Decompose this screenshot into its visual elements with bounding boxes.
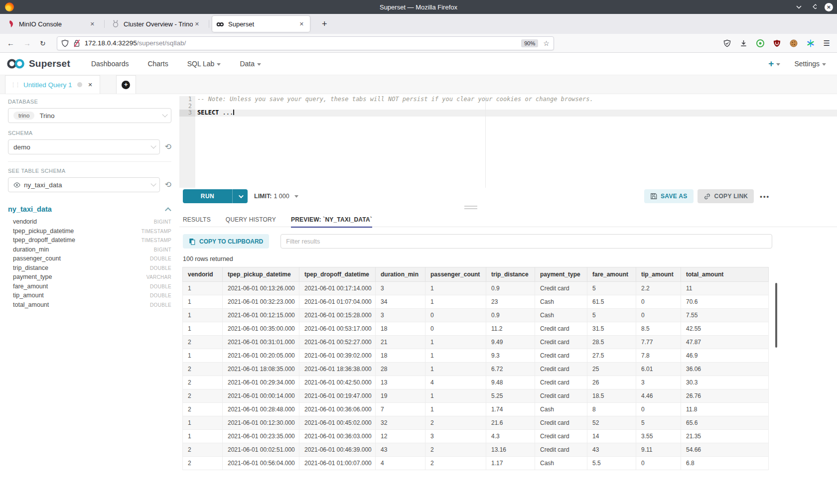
url-host: 172.18.0.4:32295: [85, 39, 137, 47]
column-type: VARCHAR: [146, 274, 171, 280]
results-tab-3[interactable]: PREVIEW: `NY_TAXI_DATA`: [291, 212, 372, 227]
table-cell: 2: [183, 336, 223, 349]
forward-button[interactable]: →: [23, 39, 31, 47]
plus-icon: +: [768, 58, 774, 69]
shield-icon[interactable]: [61, 39, 69, 47]
titlebar-menu-chevron-icon[interactable]: [795, 3, 803, 10]
database-select[interactable]: trino Trino: [8, 108, 171, 123]
collapse-chevron-icon[interactable]: [165, 207, 171, 214]
bookmark-star-icon[interactable]: ☆: [543, 39, 550, 47]
page-zoom-badge[interactable]: 90%: [521, 39, 538, 47]
column-header[interactable]: fare_amount: [587, 267, 636, 282]
browser-tab-2[interactable]: Cluster Overview - Trino✕: [108, 16, 205, 32]
settings-menu[interactable]: Settings: [794, 60, 826, 68]
table-cell: 5.5: [587, 457, 636, 470]
column-header[interactable]: trip_distance: [486, 267, 535, 282]
url-text[interactable]: 172.18.0.4:32295/superset/sqllab/: [85, 39, 521, 47]
new-tab-button[interactable]: +: [317, 19, 332, 29]
table-cell: 25: [587, 363, 636, 376]
copy-to-clipboard-button[interactable]: COPY TO CLIPBOARD: [183, 234, 269, 249]
table-cell: 0: [425, 322, 486, 336]
cookie-icon[interactable]: [790, 39, 798, 47]
titlebar-restore-icon[interactable]: [810, 3, 818, 10]
reload-button[interactable]: ↻: [40, 39, 46, 47]
app-menu-icon[interactable]: ☰: [824, 39, 830, 48]
back-button[interactable]: ←: [7, 39, 14, 47]
copy-link-button[interactable]: COPY LINK: [698, 189, 754, 203]
downloads-icon[interactable]: [740, 39, 747, 47]
table-row: 12021-06-01 00:20:05.0002021-06-01 00:39…: [183, 349, 769, 363]
column-header[interactable]: duration_min: [376, 267, 425, 282]
table-cell: 3: [376, 309, 425, 322]
column-header[interactable]: payment_type: [535, 267, 587, 282]
nav-item-data[interactable]: Data: [240, 60, 261, 68]
more-options-button[interactable]: •••: [760, 193, 770, 200]
column-row: total_amountDOUBLE: [8, 301, 171, 311]
extension-asterisk-icon[interactable]: [807, 39, 815, 47]
sql-toolbar: RUN LIMIT:1 000 SAVE AS COPY LINK •••: [179, 188, 837, 205]
column-header[interactable]: total_amount: [681, 267, 769, 282]
url-bar[interactable]: 172.18.0.4:32295/superset/sqllab/ 90% ☆: [57, 36, 554, 50]
limit-chevron-icon[interactable]: [294, 195, 298, 198]
column-type: DOUBLE: [150, 293, 171, 298]
window-close-button[interactable]: ✕: [825, 3, 833, 11]
vertical-scrollbar[interactable]: [775, 283, 777, 348]
filter-results-input[interactable]: [280, 234, 772, 249]
sql-editor[interactable]: 123 -- Note: Unless you save your query,…: [179, 96, 837, 188]
insecure-lock-icon[interactable]: [73, 39, 80, 47]
column-header[interactable]: vendorid: [183, 267, 223, 282]
table-cell: 43: [587, 443, 636, 457]
add-new-button[interactable]: +: [768, 58, 780, 69]
refresh-schemas-icon[interactable]: ⟲: [165, 143, 171, 151]
table-cell: 2021-06-01 00:28:48.000: [223, 403, 299, 416]
drag-handle-icon[interactable]: ⋮⋮: [10, 82, 19, 88]
table-cell: Credit card: [535, 376, 587, 389]
table-cell: 2: [183, 363, 223, 376]
query-tab-active[interactable]: ⋮⋮ Untitled Query 1 ✕: [5, 75, 100, 94]
results-tab-2[interactable]: QUERY HISTORY: [226, 212, 276, 227]
table-cell: 70.6: [681, 295, 769, 309]
line-number: 3: [179, 110, 195, 117]
table-cell: 27.5: [587, 349, 636, 363]
nav-item-dashboards[interactable]: Dashboards: [91, 60, 129, 68]
results-tab-1[interactable]: RESULTS: [183, 212, 211, 227]
refresh-tables-icon[interactable]: ⟲: [165, 181, 171, 189]
table-cell: 18.5: [587, 389, 636, 403]
superset-brand[interactable]: Superset: [6, 58, 70, 69]
new-query-tab-button[interactable]: +: [116, 75, 136, 94]
browser-tab-1[interactable]: MinIO Console✕: [3, 16, 101, 32]
extension-green-icon[interactable]: [756, 39, 764, 47]
table-cell: 18: [376, 322, 425, 336]
column-header[interactable]: passenger_count: [425, 267, 486, 282]
table-cell: 47.87: [681, 336, 769, 349]
protections-shield-icon[interactable]: [723, 39, 731, 47]
ublock-shield-icon[interactable]: [773, 39, 781, 47]
table-cell: 2021-06-01 00:13:26.000: [223, 282, 299, 295]
pane-resize-handle[interactable]: [464, 206, 477, 209]
save-as-button[interactable]: SAVE AS: [644, 189, 693, 203]
column-row: vendoridBIGINT: [8, 218, 171, 228]
column-name: fare_amount: [13, 283, 48, 290]
tab-close-icon[interactable]: ✕: [88, 20, 97, 28]
tab-close-icon[interactable]: ✕: [193, 20, 201, 28]
browser-tab-3[interactable]: Superset✕: [212, 16, 310, 32]
superset-navbar: Superset DashboardsChartsSQL LabData + S…: [0, 53, 837, 75]
limit-control[interactable]: LIMIT:1 000: [254, 193, 289, 200]
run-options-chevron-icon[interactable]: [232, 189, 248, 203]
tab-close-icon[interactable]: ✕: [297, 20, 306, 28]
nav-item-label: SQL Lab: [187, 60, 215, 68]
table-cell: 2021-06-01 00:15:28.000: [299, 309, 376, 322]
nav-item-sql-lab[interactable]: SQL Lab: [187, 60, 221, 68]
column-header[interactable]: tpep_pickup_datetime: [223, 267, 299, 282]
schema-select[interactable]: demo: [8, 139, 160, 154]
table-cell: 0: [636, 403, 681, 416]
run-button[interactable]: RUN: [183, 189, 248, 203]
query-tab-close-icon[interactable]: ✕: [88, 82, 93, 88]
column-header[interactable]: tip_amount: [636, 267, 681, 282]
nav-item-charts[interactable]: Charts: [147, 60, 168, 68]
column-header[interactable]: tpep_dropoff_datetime: [299, 267, 376, 282]
table-select[interactable]: ny_taxi_data: [8, 177, 160, 192]
unsaved-indicator-dot: [77, 82, 82, 87]
main-menu: DashboardsChartsSQL LabData: [91, 60, 261, 68]
table-name-heading[interactable]: ny_taxi_data: [8, 205, 52, 213]
